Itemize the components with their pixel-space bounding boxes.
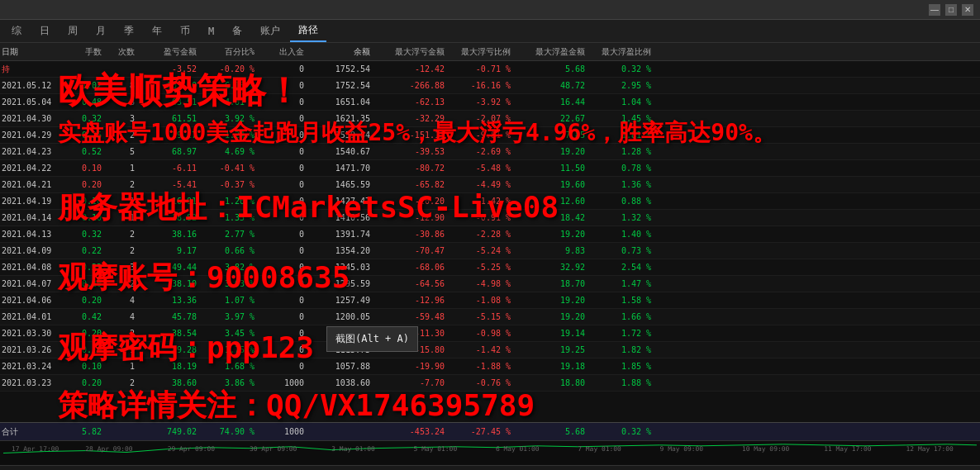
tab-日[interactable]: 日 (31, 21, 58, 41)
row-maxlosspct: -4.98 % (448, 279, 514, 288)
tab-月[interactable]: 月 (88, 21, 114, 41)
row-pct: -0.41 % (200, 164, 258, 173)
summary-maxlosspct: -27.45 % (448, 427, 514, 436)
row-pnl: 38.60 (138, 378, 200, 387)
row-maxprofitpct: 0.73 % (588, 246, 654, 255)
hold-pnl: -3.52 (138, 64, 200, 74)
row-maxprofitpct: 1.72 % (588, 329, 654, 338)
row-lots: 0.10 (64, 362, 105, 371)
row-maxprofit: 11.50 (514, 164, 588, 173)
row-date: 2021.04.19 (2, 197, 64, 206)
row-count: 2 (105, 230, 138, 239)
row-maxloss: -12.96 (373, 296, 448, 305)
row-maxloss: -20.20 (373, 197, 448, 206)
row-pnl: 13.36 (138, 296, 200, 305)
row-maxprofit: 18.70 (514, 279, 588, 288)
table-row[interactable]: 2021.04.29 0.26 2 19.17 1.24 % 0 1559.84… (0, 127, 980, 144)
row-lots: 0.32 (64, 230, 105, 239)
context-menu[interactable]: 截图(Alt + A) (326, 326, 418, 352)
window-controls[interactable]: — □ ✕ (929, 4, 973, 16)
row-inout: 0 (258, 180, 307, 189)
hold-maxprofit: 5.68 (514, 64, 588, 74)
svg-text:3 May 01:00: 3 May 01:00 (331, 445, 375, 453)
row-maxprofitpct: 1.47 % (588, 279, 654, 288)
row-count: 5 (105, 147, 138, 156)
table-row[interactable]: 2021.04.21 0.20 2 -5.41 -0.37 % 0 1465.5… (0, 177, 980, 193)
row-maxprofitpct: 0.78 % (588, 164, 654, 173)
row-maxlosspct: -1.42 % (448, 345, 514, 354)
table-row[interactable]: 2021.05.12 1.02 8 101.50 6.15 % 0 1752.5… (0, 78, 980, 94)
row-maxlosspct: -16.16 % (448, 81, 514, 90)
row-pct: 3.03 % (200, 279, 258, 288)
row-inout: 0 (258, 312, 307, 321)
hold-inout: 0 (258, 64, 307, 74)
row-inout: 0 (258, 81, 307, 90)
table-row[interactable]: 2021.04.22 0.10 1 -6.11 -0.41 % 0 1471.7… (0, 160, 980, 177)
row-maxloss: -64.56 (373, 279, 448, 288)
row-maxlosspct: -9.81 % (448, 131, 514, 140)
svg-text:5 May 01:00: 5 May 01:00 (414, 445, 458, 453)
row-maxprofit: 19.14 (514, 329, 588, 338)
table-row[interactable]: 2021.03.23 0.20 2 38.60 3.86 % 1000 1038… (0, 375, 980, 392)
hold-maxloss: -12.42 (373, 64, 448, 74)
row-maxloss: -19.90 (373, 362, 448, 371)
row-inout: 0 (258, 329, 307, 338)
table-row[interactable]: 2021.04.06 0.20 4 13.36 1.07 % 0 1257.49… (0, 292, 980, 309)
row-maxlosspct: -2.07 % (448, 114, 514, 123)
row-maxprofit: 12.60 (514, 197, 588, 206)
row-maxlosspct: -5.25 % (448, 263, 514, 272)
holding-row[interactable]: 持 -3.52 -0.20 % 0 1752.54 -12.42 -0.71 %… (0, 61, 980, 78)
tab-综[interactable]: 综 (3, 21, 30, 41)
table-row[interactable]: 2021.04.13 0.32 2 38.16 2.77 % 0 1391.74… (0, 226, 980, 243)
row-count: 2 (105, 378, 138, 387)
tab-备[interactable]: 备 (224, 21, 250, 41)
row-maxloss: -151.13 (373, 131, 448, 140)
tab-M[interactable]: M (200, 22, 222, 40)
table-row[interactable]: 2021.04.07 0.20 2 38.10 3.03 % 0 1295.59… (0, 276, 980, 292)
row-maxprofitpct: 1.40 % (588, 230, 654, 239)
table-row[interactable]: 2021.04.09 0.22 2 9.17 0.66 % 0 1354.20 … (0, 243, 980, 259)
row-lots: 0.20 (64, 296, 105, 305)
table-row[interactable]: 2021.04.19 0.10 1 16.91 1.20 % 0 1427.47… (0, 193, 980, 210)
row-inout: 0 (258, 296, 307, 305)
tab-币[interactable]: 币 (172, 21, 198, 41)
tab-路径[interactable]: 路径 (290, 20, 326, 42)
table-row[interactable]: 2021.04.14 0.10 1 18.82 1.35 % 0 1410.56… (0, 210, 980, 226)
table-row[interactable]: 2021.04.01 0.42 4 45.78 3.97 % 0 1200.05… (0, 309, 980, 325)
row-pnl: 18.19 (138, 362, 200, 371)
row-balance: 1540.67 (307, 147, 373, 156)
row-maxloss: -59.48 (373, 312, 448, 321)
row-inout: 0 (258, 345, 307, 354)
table-row[interactable]: 2021.03.30 0.20 2 38.54 3.45 % 0 1154.27… (0, 325, 980, 342)
row-count: 3 (105, 263, 138, 272)
maximize-button[interactable]: □ (945, 4, 957, 16)
col-header-inout: 出入金 (258, 46, 307, 58)
table-row[interactable]: 2021.03.24 0.10 1 18.19 1.68 % 0 1057.88… (0, 358, 980, 375)
tab-年[interactable]: 年 (144, 21, 170, 41)
row-maxlosspct: -3.92 % (448, 97, 514, 107)
row-inout: 0 (258, 230, 307, 239)
minimize-button[interactable]: — (929, 4, 940, 16)
row-balance: 1465.59 (307, 180, 373, 189)
row-count: 2 (105, 180, 138, 189)
tab-周[interactable]: 周 (59, 21, 86, 41)
close-button[interactable]: ✕ (962, 4, 973, 16)
row-maxloss: -266.88 (373, 81, 448, 90)
row-pct: 3.92 % (200, 114, 258, 123)
row-pnl: 101.50 (138, 81, 200, 90)
col-header-date: 日期 (2, 46, 64, 58)
tab-账户[interactable]: 账户 (252, 21, 288, 41)
row-maxprofitpct: 1.58 % (588, 296, 654, 305)
table-row[interactable]: 2021.03.26 0.10 1 19.28 1.75 % 0 1115.73… (0, 342, 980, 358)
table-row[interactable]: 2021.04.30 0.32 3 61.51 3.92 % 0 1621.35… (0, 111, 980, 127)
hold-pct: -0.20 % (200, 64, 258, 74)
tab-季[interactable]: 季 (116, 21, 142, 41)
table-row[interactable]: 2021.05.04 0.48 8 63.51 4.01 % 0 1651.04… (0, 94, 980, 111)
row-inout: 0 (258, 246, 307, 255)
row-date: 2021.04.30 (2, 114, 64, 123)
summary-inout: 1000 (258, 427, 307, 436)
col-header-balance: 余额 (307, 46, 373, 58)
table-row[interactable]: 2021.04.23 0.52 5 68.97 4.69 % 0 1540.67… (0, 144, 980, 160)
table-row[interactable]: 2021.04.08 0.32 3 49.44 3.82 % 0 1345.03… (0, 259, 980, 276)
chart-svg: 17 Apr 17:00 28 Apr 09:00 29 Apr 09:00 3… (3, 441, 977, 465)
